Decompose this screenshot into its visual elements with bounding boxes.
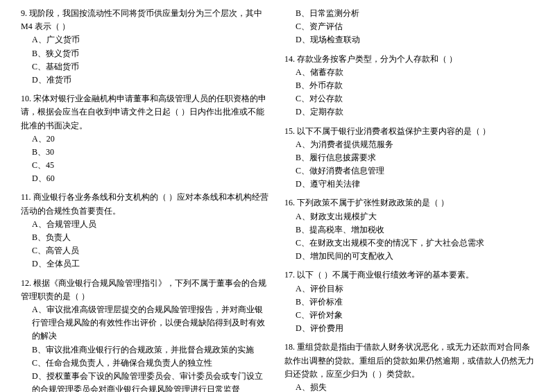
left-column: 9. 现阶段，我国按流动性不同将货币供应量划分为三个层次，其中 M4 表示（ ）… (21, 7, 271, 392)
question-10-title: 10. 宋体对银行业金融机构申请董事和高级管理人员的任职资格的申请，根据会应当在… (21, 92, 271, 133)
question-16-option-d: D、增加民间的可支配收入 (296, 250, 534, 263)
question-11-option-b: B、负责人 (32, 231, 271, 244)
question-18-title: 18. 重组贷款是指由于借款人财务状况恶化，或无力还款而对合同条款作出调整的贷款… (284, 341, 534, 381)
question-18-option-a: A、损失 (296, 381, 534, 392)
question-10: 10. 宋体对银行业金融机构申请董事和高级管理人员的任职资格的申请，根据会应当在… (21, 92, 271, 185)
question-11-option-a: A、合规管理人员 (32, 218, 271, 231)
question-9-option-a: A、广义货币 (32, 33, 271, 46)
question-12-option-d: D、授权董事会下设的风险管理委员会、审计委员会或专门设立的合规管理委员会对商业银… (32, 370, 271, 392)
question-16-option-c: C、在财政支出规模不变的情况下，扩大社会总需求 (296, 237, 534, 250)
question-14-option-d: D、定期存款 (296, 105, 534, 119)
question-17-option-d: D、评价费用 (296, 322, 534, 335)
question-14-title: 14. 存款业务按客户类型，分为个人存款和（ ） (284, 53, 534, 66)
question-15-option-c: C、做好消费者信息管理 (296, 164, 534, 178)
question-14-option-b: B、外币存款 (296, 79, 534, 92)
question-15-option-b: B、履行信息披露要求 (296, 151, 534, 164)
question-16-title: 16. 下列政策不属于扩张性财政政策的是（ ） (284, 196, 534, 210)
question-9: 9. 现阶段，我国按流动性不同将货币供应量划分为三个层次，其中 M4 表示（ ）… (21, 7, 271, 87)
question-12-option-a: A、审议批准高级管理层提交的合规风险管理报告，并对商业银行管理合规风险的有效性作… (32, 303, 271, 343)
question-9-title: 9. 现阶段，我国按流动性不同将货币供应量划分为三个层次，其中 M4 表示（ ） (21, 7, 271, 33)
question-17-title: 17. 以下（ ）不属于商业银行绩效考评的基本要素。 (284, 269, 534, 282)
question-14: 14. 存款业务按客户类型，分为个人存款和（ ） A、储蓄存款 B、外币存款 C… (284, 53, 534, 119)
question-12-option-c: C、任命合规负责人，并确保合规负责人的独立性 (32, 357, 271, 370)
question-17-option-b: B、评价标准 (296, 296, 534, 309)
question-15: 15. 以下不属于银行业消费者权益保护主要内容的是（ ） A、为消费者提供规范服… (284, 125, 534, 191)
question-16-option-a: A、财政支出规模扩大 (296, 210, 534, 223)
question-14-option-c: C、对公存款 (296, 92, 534, 105)
question-13-option-c: C、资产评估 (296, 20, 534, 33)
question-17-option-c: C、评价对象 (296, 309, 534, 322)
question-15-option-d: D、遵守相关法律 (296, 178, 534, 191)
question-13-right: B、日常监测分析 C、资产评估 D、现场检查联动 (284, 7, 534, 47)
question-14-option-a: A、储蓄存款 (296, 66, 534, 79)
question-15-title: 15. 以下不属于银行业消费者权益保护主要内容的是（ ） (284, 125, 534, 138)
question-10-option-a: A、20 (32, 133, 271, 146)
question-9-option-c: C、基础货币 (32, 60, 271, 74)
question-11: 11. 商业银行各业务条线和分支机构的（ ）应对本条线和本机构经营活动的合规性负… (21, 191, 271, 271)
question-11-option-d: D、全体员工 (32, 257, 271, 271)
question-16-option-b: B、提高税率、增加税收 (296, 223, 534, 237)
content-columns: 9. 现阶段，我国按流动性不同将货币供应量划分为三个层次，其中 M4 表示（ ）… (21, 7, 534, 392)
right-column: B、日常监测分析 C、资产评估 D、现场检查联动 14. 存款业务按客户类型，分… (284, 7, 534, 392)
question-17: 17. 以下（ ）不属于商业银行绩效考评的基本要素。 A、评价目标 B、评价标准… (284, 269, 534, 335)
question-10-option-c: C、45 (32, 159, 271, 172)
question-9-option-b: B、狭义货币 (32, 47, 271, 60)
question-13-option-b: B、日常监测分析 (296, 7, 534, 20)
question-15-option-a: A、为消费者提供规范服务 (296, 138, 534, 151)
question-12-option-b: B、审议批准商业银行行的合规政策，并批督合规政策的实施 (32, 343, 271, 357)
question-12: 12. 根据《商业银行合规风险管理指引》，下列不属于董事会的合规管理职责的是（ … (21, 277, 271, 392)
question-11-title: 11. 商业银行各业务条线和分支机构的（ ）应对本条线和本机构经营活动的合规性负… (21, 191, 271, 217)
question-18: 18. 重组贷款是指由于借款人财务状况恶化，或无力还款而对合同条款作出调整的贷款… (284, 341, 534, 392)
question-13-option-d: D、现场检查联动 (296, 33, 534, 46)
exam-page: 9. 现阶段，我国按流动性不同将货币供应量划分为三个层次，其中 M4 表示（ ）… (21, 7, 534, 392)
question-17-option-a: A、评价目标 (296, 282, 534, 296)
question-16: 16. 下列政策不属于扩张性财政政策的是（ ） A、财政支出规模扩大 B、提高税… (284, 196, 534, 263)
question-11-option-c: C、高管人员 (32, 244, 271, 257)
question-10-option-d: D、60 (32, 172, 271, 185)
question-10-option-b: B、30 (32, 146, 271, 159)
question-9-option-d: D、准货币 (32, 74, 271, 87)
question-12-title: 12. 根据《商业银行合规风险管理指引》，下列不属于董事会的合规管理职责的是（ … (21, 277, 271, 303)
